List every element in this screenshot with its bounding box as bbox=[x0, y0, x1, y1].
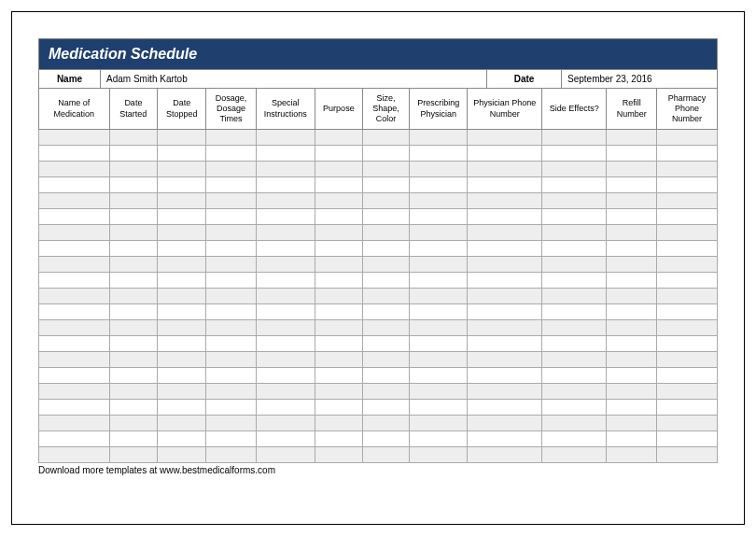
table-cell bbox=[206, 273, 257, 289]
document-title: Medication Schedule bbox=[49, 46, 197, 62]
table-cell bbox=[657, 304, 718, 320]
table-cell bbox=[657, 368, 718, 384]
table-cell bbox=[657, 177, 718, 193]
table-cell bbox=[607, 320, 657, 336]
table-row bbox=[39, 431, 718, 447]
table-cell bbox=[315, 177, 363, 193]
table-cell bbox=[39, 130, 110, 146]
table-cell bbox=[468, 130, 542, 146]
table-row bbox=[39, 177, 718, 193]
table-cell bbox=[39, 225, 110, 241]
table-cell bbox=[158, 352, 206, 368]
table-cell bbox=[657, 241, 718, 257]
table-cell bbox=[158, 146, 206, 162]
table-cell bbox=[409, 289, 468, 304]
table-cell bbox=[39, 352, 110, 368]
table-cell bbox=[39, 162, 110, 177]
col-header: Purpose bbox=[315, 89, 363, 130]
table-cell bbox=[158, 400, 206, 416]
table-cell bbox=[542, 320, 607, 336]
table-cell bbox=[542, 384, 607, 400]
table-cell bbox=[39, 193, 110, 209]
table-cell bbox=[158, 368, 206, 384]
table-cell bbox=[158, 209, 206, 225]
table-cell bbox=[39, 289, 110, 304]
table-cell bbox=[315, 130, 363, 146]
table-cell bbox=[409, 225, 468, 241]
info-row: Name Adam Smith Kartob Date September 23… bbox=[38, 69, 718, 88]
table-row bbox=[39, 416, 718, 431]
table-cell bbox=[158, 257, 206, 273]
table-cell bbox=[468, 209, 542, 225]
table-cell bbox=[315, 273, 363, 289]
table-cell bbox=[607, 130, 657, 146]
table-cell bbox=[109, 273, 158, 289]
table-cell bbox=[109, 368, 158, 384]
table-cell bbox=[109, 209, 158, 225]
table-cell bbox=[468, 257, 542, 273]
table-cell bbox=[657, 273, 718, 289]
table-cell bbox=[363, 289, 410, 304]
table-cell bbox=[206, 447, 257, 463]
table-cell bbox=[158, 384, 206, 400]
table-cell bbox=[607, 431, 657, 447]
table-cell bbox=[657, 320, 718, 336]
table-cell bbox=[39, 336, 110, 352]
table-cell bbox=[315, 447, 363, 463]
table-cell bbox=[468, 177, 542, 193]
table-cell bbox=[39, 416, 110, 431]
table-row bbox=[39, 162, 718, 177]
table-row bbox=[39, 384, 718, 400]
table-row bbox=[39, 146, 718, 162]
table-cell bbox=[109, 320, 158, 336]
table-cell bbox=[206, 193, 257, 209]
table-cell bbox=[409, 352, 468, 368]
col-header: Physician Phone Number bbox=[468, 89, 542, 130]
table-cell bbox=[206, 177, 257, 193]
table-cell bbox=[468, 384, 542, 400]
table-cell bbox=[256, 320, 315, 336]
table-cell bbox=[542, 447, 607, 463]
table-cell bbox=[468, 416, 542, 431]
table-cell bbox=[109, 384, 158, 400]
medication-table: Name of Medication Date Started Date Sto… bbox=[38, 88, 718, 463]
table-cell bbox=[409, 336, 468, 352]
table-cell bbox=[409, 416, 468, 431]
table-cell bbox=[409, 320, 468, 336]
table-cell bbox=[409, 447, 468, 463]
table-cell bbox=[409, 193, 468, 209]
table-cell bbox=[607, 336, 657, 352]
table-cell bbox=[206, 400, 257, 416]
col-header: Date Started bbox=[109, 89, 158, 130]
table-cell bbox=[607, 257, 657, 273]
table-cell bbox=[657, 146, 718, 162]
table-row bbox=[39, 320, 718, 336]
table-row bbox=[39, 447, 718, 463]
table-cell bbox=[542, 225, 607, 241]
footer-text: Download more templates at www.bestmedic… bbox=[38, 463, 718, 475]
table-cell bbox=[409, 431, 468, 447]
table-cell bbox=[315, 209, 363, 225]
table-cell bbox=[315, 416, 363, 431]
table-cell bbox=[256, 193, 315, 209]
table-cell bbox=[315, 384, 363, 400]
table-cell bbox=[256, 289, 315, 304]
table-cell bbox=[468, 241, 542, 257]
table-cell bbox=[542, 177, 607, 193]
table-cell bbox=[468, 146, 542, 162]
table-cell bbox=[158, 130, 206, 146]
table-cell bbox=[657, 431, 718, 447]
col-header: Name of Medication bbox=[39, 89, 110, 130]
table-cell bbox=[468, 400, 542, 416]
title-bar: Medication Schedule bbox=[38, 38, 718, 69]
col-header: Dosage, Dosage Times bbox=[206, 89, 257, 130]
table-cell bbox=[158, 241, 206, 257]
table-cell bbox=[158, 416, 206, 431]
table-cell bbox=[158, 320, 206, 336]
table-cell bbox=[409, 368, 468, 384]
table-cell bbox=[39, 431, 110, 447]
table-cell bbox=[657, 225, 718, 241]
table-cell bbox=[607, 400, 657, 416]
table-cell bbox=[542, 400, 607, 416]
table-cell bbox=[39, 447, 110, 463]
